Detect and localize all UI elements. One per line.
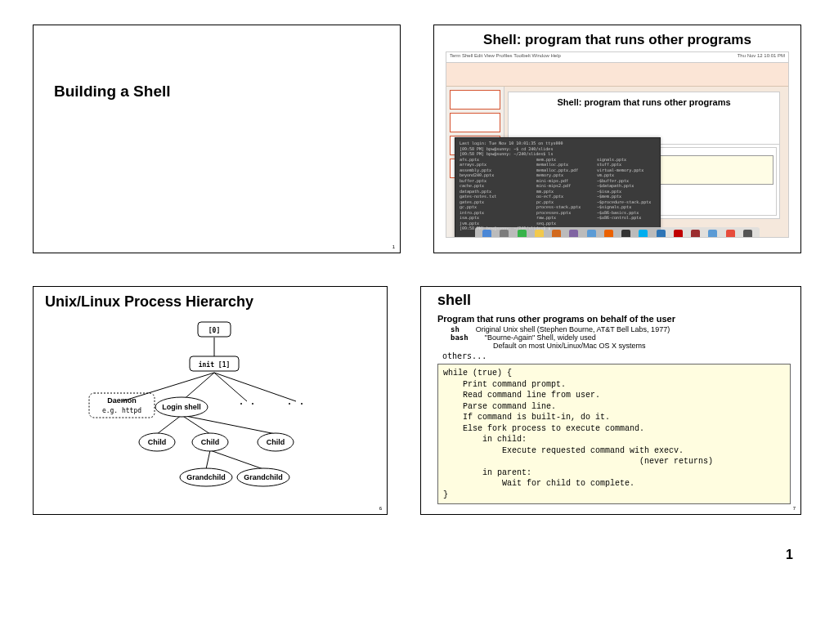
menubar-left: Term Shell Edit View Profiles Toolbelt W… (450, 53, 561, 61)
terminal-col2: mem.pptx memalloc.pptx memalloc.pptx.pdf… (536, 157, 594, 226)
bash-desc: "Bourne-Again" Shell, widely used (485, 333, 596, 342)
slide-building-a-shell: Building a Shell 1 (33, 25, 401, 253)
slide2-title: Shell: program that runs other programs (434, 25, 800, 51)
terminal-header: Last login: Tue Nov 10 10:01:35 on ttys0… (460, 141, 656, 157)
edge (157, 415, 182, 434)
slide1-title: Building a Shell (34, 25, 400, 101)
svg-point-0 (240, 403, 242, 405)
ppt-thumb (450, 113, 500, 132)
mac-dock (475, 227, 760, 238)
slide-process-hierarchy: Unix/Linux Process Hierarchy [0] init [1… (33, 286, 388, 515)
ppt-ribbon (446, 63, 788, 87)
dock-icon (604, 230, 613, 239)
ppt-workspace: Shell: program that runs other programs … (446, 87, 788, 238)
dock-icon (708, 230, 717, 239)
dock-icon (518, 230, 527, 239)
edge (214, 373, 247, 401)
menubar-right: Thu Nov 12 10:01 PM (738, 53, 785, 61)
child1-label: Child (148, 438, 167, 446)
gc2-label: Grandchild (244, 473, 283, 481)
dock-icon (500, 230, 509, 239)
dock-icon (482, 230, 491, 239)
shell-pseudocode: while (true) { Print command prompt. Rea… (437, 364, 791, 504)
dock-icon (587, 230, 596, 239)
node-init-label: init [1] (199, 360, 231, 369)
gc1-label: Grandchild (186, 473, 226, 481)
edge (206, 450, 210, 469)
terminal-window: Last login: Tue Nov 10 10:01:35 on ttys0… (455, 137, 661, 238)
slide1-number: 1 (392, 244, 395, 249)
slide3-number: 6 (379, 506, 382, 511)
terminal-col1: afs.pptx arrays.pptx assembly.pptx beyon… (460, 157, 533, 226)
mac-menubar: Term Shell Edit View Profiles Toolbelt W… (446, 52, 788, 63)
dock-icon (621, 230, 630, 239)
child3-label: Child (267, 438, 285, 446)
dock-icon (552, 230, 561, 239)
dock-icon (743, 230, 752, 239)
bash-term: bash (451, 333, 469, 342)
slide-row-2: Unix/Linux Process Hierarchy [0] init [1… (33, 286, 801, 515)
default-note: Default on most Unix/Linux/Mac OS X syst… (493, 342, 791, 350)
daemon-title: Daemon (107, 396, 137, 405)
dock-icon (535, 230, 544, 239)
slide3-title: Unix/Linux Process Hierarchy (34, 287, 387, 315)
dock-icon (639, 230, 648, 239)
login-label: Login shell (162, 403, 201, 411)
terminal-col3: signals.pptx stuff.pptx virtual-memory.p… (597, 157, 654, 226)
ppt-thumb (450, 90, 500, 110)
slide-row-1: Building a Shell 1 Shell: program that r… (33, 25, 801, 253)
dock-icon (657, 230, 666, 239)
svg-point-2 (289, 403, 290, 405)
edge (214, 373, 296, 401)
dock-icon (726, 230, 735, 239)
slide4-title: shell (437, 292, 791, 309)
slide4-subtitle: Program that runs other programs on beha… (437, 314, 791, 324)
slide-shell-definition: shell Program that runs other programs o… (420, 286, 801, 515)
page-number: 1 (33, 548, 801, 562)
child2-label: Child (201, 438, 220, 446)
sh-desc: Original Unix shell (Stephen Bourne, AT&… (476, 325, 670, 333)
shell-list: shOriginal Unix shell (Stephen Bourne, A… (451, 325, 791, 350)
slide4-number: 7 (793, 506, 796, 511)
node-root-label: [0] (208, 327, 220, 334)
handout-page: Building a Shell 1 Shell: program that r… (33, 25, 801, 562)
others-label: others... (442, 351, 791, 360)
dock-icon (569, 230, 578, 239)
edge (210, 450, 263, 469)
slide-shell-program-screenshot: Shell: program that runs other programs … (433, 25, 801, 253)
inner-slide-title: Shell: program that runs other programs (517, 97, 771, 107)
process-hierarchy-diagram: [0] init [1] Daemon e.g. httpd Login she… (63, 315, 357, 503)
desktop-screenshot: Term Shell Edit View Profiles Toolbelt W… (446, 51, 789, 238)
daemon-sub: e.g. httpd (102, 407, 141, 414)
sh-term: sh (451, 325, 460, 333)
svg-point-3 (301, 403, 303, 405)
dock-icon (674, 230, 683, 239)
dock-icon (691, 230, 700, 239)
svg-point-1 (252, 403, 253, 405)
